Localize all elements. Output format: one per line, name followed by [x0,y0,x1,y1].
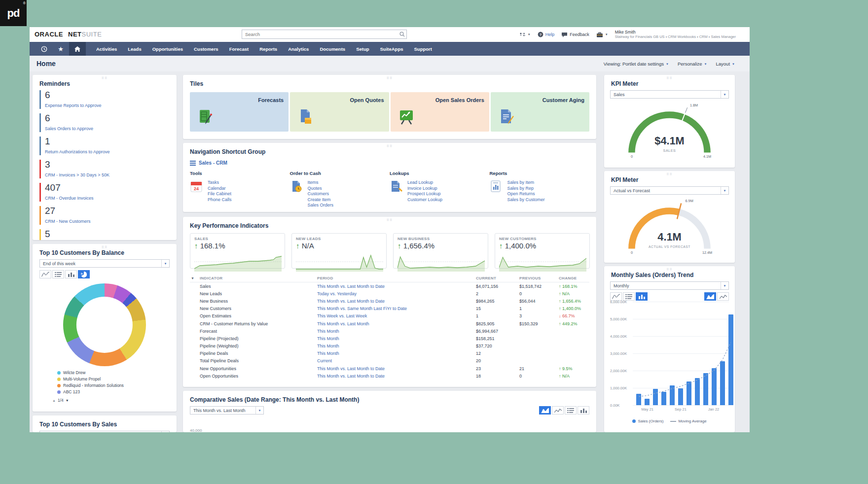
reminder-link-crm-new-customers[interactable]: CRM - New Customers [45,219,91,224]
shortcut-link-calendar[interactable]: Calendar [208,186,232,192]
compare-area-toggle-icon[interactable] [704,292,716,301]
kpi-period-link[interactable]: This Month [317,351,339,356]
shortcut-link-tasks[interactable]: Tasks [208,180,232,186]
area-chart-type-icon[interactable] [539,406,551,415]
trend-range-select[interactable]: Monthly▼ [610,281,729,290]
shortcut-link-customers[interactable]: Customers [308,191,334,197]
area-chart-type-icon[interactable] [39,270,51,278]
comparative-range-select[interactable]: This Month vs. Last Month▼ [190,406,264,415]
line-toggle-icon[interactable] [717,292,729,301]
drag-handle[interactable]: ⠿⠿ [666,76,672,80]
drag-handle[interactable]: ⠿⠿ [387,218,393,222]
pager-down-icon[interactable]: ▼ [66,399,69,402]
shortcut-link-sales-by-customer[interactable]: Sales by Customer [507,197,545,203]
drag-handle[interactable]: ⠿⠿ [102,76,108,80]
nav-item-reports[interactable]: Reports [254,42,283,56]
shortcut-link-phone-calls[interactable]: Phone Calls [208,197,232,203]
kpi-period-link[interactable]: This Month vs. Last Month to Date [317,374,385,379]
drag-handle[interactable]: ⠿⠿ [102,245,108,249]
nav-item-customers[interactable]: Customers [188,42,224,56]
tile-open-sales-orders[interactable]: Open Sales Orders [391,92,489,132]
drag-handle[interactable]: ⠿⠿ [666,268,672,272]
shortcut-link-quotes[interactable]: Quotes [308,186,334,192]
feedback-label: Feedback [570,32,589,37]
search-icon[interactable] [398,32,406,37]
kpi-period-link[interactable]: This Month vs. Last Month to Date [317,299,385,304]
drag-handle[interactable]: ⠿⠿ [387,144,393,148]
shortcut-link-items[interactable]: Items [308,180,334,186]
recent-records-icon[interactable] [36,42,52,56]
shortcut-link-file-cabinet[interactable]: File Cabinet [208,191,232,197]
help-menu[interactable]: ? Help [538,32,555,37]
nav-item-opportunities[interactable]: Opportunities [147,42,188,56]
switch-role-icon[interactable]: ▼ [519,32,531,37]
kpi-col-change[interactable]: CHANGE [558,275,589,282]
shortcut-link-invoice-lookup[interactable]: Invoice Lookup [407,186,442,192]
nav-item-activities[interactable]: Activities [91,42,122,56]
drag-handle[interactable]: ⠿⠿ [387,76,393,80]
nav-item-analytics[interactable]: Analytics [283,42,314,56]
nav-item-documents[interactable]: Documents [314,42,351,56]
kpi-col-current[interactable]: CURRENT [475,275,518,282]
viewing-portlet-date-settings[interactable]: Viewing: Portlet date settings▼ [604,61,669,67]
pager-up-icon[interactable]: ▲ [52,399,56,402]
kpi-period-link[interactable]: This Week vs. Last Week [317,313,367,318]
bar-chart-type-icon[interactable] [578,406,589,415]
bar-chart-type-icon[interactable] [636,292,648,301]
sales-range-select[interactable]: ▼ [39,431,170,432]
search-input[interactable] [242,32,398,37]
reminder-link-crm-invoices-30-days-50k[interactable]: CRM - Invoices > 30 Days > 50K [45,173,109,177]
kpi-period-link[interactable]: This Month vs. Last Month to Date [317,366,385,371]
nav-item-support[interactable]: Support [409,42,437,56]
kpi-meter-select[interactable]: Actual vs Forecast▼ [610,186,729,195]
shortcut-link-sales-orders[interactable]: Sales Orders [308,203,334,208]
shortcut-link-sales-by-item[interactable]: Sales by Item [507,180,545,186]
nav-item-leads[interactable]: Leads [122,42,146,56]
home-tab[interactable] [69,42,86,56]
shortcut-link-customer-lookup[interactable]: Customer Lookup [407,197,442,203]
feedback-menu[interactable]: Feedback [561,32,589,37]
kpi-period-link[interactable]: This Month vs. Same Month Last FiYr to D… [317,306,407,311]
shortcut-link-lead-lookup[interactable]: Lead Lookup [407,180,442,186]
shortcut-link-open-returns[interactable]: Open Returns [507,191,545,197]
pie-chart-type-icon[interactable] [78,270,90,278]
kpi-period-link[interactable]: This Month [317,344,339,348]
global-search[interactable] [242,30,407,39]
reminder-link-return-authorizations-to-approve[interactable]: Return Authorizations to Approve [45,149,110,154]
reminder-link-expense-reports-to-approve[interactable]: Expense Reports to Approve [45,103,102,108]
drag-handle[interactable]: ⠿⠿ [666,173,672,176]
kpi-period-link[interactable]: Today vs. Yesterday [317,291,357,296]
personalize-menu[interactable]: Personalize▼ [678,61,707,67]
kpi-period-link[interactable]: This Month [317,336,339,341]
kpi-period-link[interactable]: This Month vs. Last Month to Date [317,284,385,289]
line-chart-type-icon[interactable] [552,406,564,415]
reminder-link-crm-overdue-invoices[interactable]: CRM - Overdue Invoices [45,196,94,201]
kpi-col-previous[interactable]: PREVIOUS [518,275,558,282]
reminder-link-sales-orders-to-approve[interactable]: Sales Orders to Approve [45,126,93,131]
nav-item-forecast[interactable]: Forecast [224,42,254,56]
shortcut-link-sales-by-rep[interactable]: Sales by Rep [507,186,545,192]
shortcut-link-create-item[interactable]: Create Item [308,197,334,203]
bar-chart-type-icon[interactable] [65,270,77,278]
tile-customer-aging[interactable]: Customer Aging [491,92,589,132]
layout-menu[interactable]: Layout▼ [716,61,735,67]
list-view-type-icon[interactable] [565,406,577,415]
kpi-period-link[interactable]: This Month vs. Last Month [317,321,369,326]
balance-range-select[interactable]: End of this week▼ [39,259,170,268]
nav-item-suiteapps[interactable]: SuiteApps [375,42,409,56]
user-account-menu[interactable]: Mike Smith Stairway for Financials GB US… [615,30,736,39]
shortcut-group-link[interactable]: Sales - CRM [190,160,596,166]
nav-item-setup[interactable]: Setup [351,42,374,56]
list-view-type-icon[interactable] [52,270,64,278]
kpi-period-link[interactable]: Current [317,358,332,363]
quick-menu[interactable]: ▼ [596,32,608,37]
kpi-period-link[interactable]: This Month [317,329,339,334]
kpi-meter-select[interactable]: Sales▼ [610,90,729,99]
kpi-col-period[interactable]: PERIOD [316,275,475,282]
shortcut-link-prospect-lookup[interactable]: Prospect Lookup [407,191,442,197]
shortcuts-star-icon[interactable]: ★ [52,42,69,56]
filter-funnel-icon[interactable]: ▼ [190,275,199,282]
tile-open-quotes[interactable]: Open Quotes [290,92,389,132]
kpi-col-indicator[interactable]: INDICATOR [199,275,316,282]
tile-forecasts[interactable]: Forecasts [190,92,289,132]
